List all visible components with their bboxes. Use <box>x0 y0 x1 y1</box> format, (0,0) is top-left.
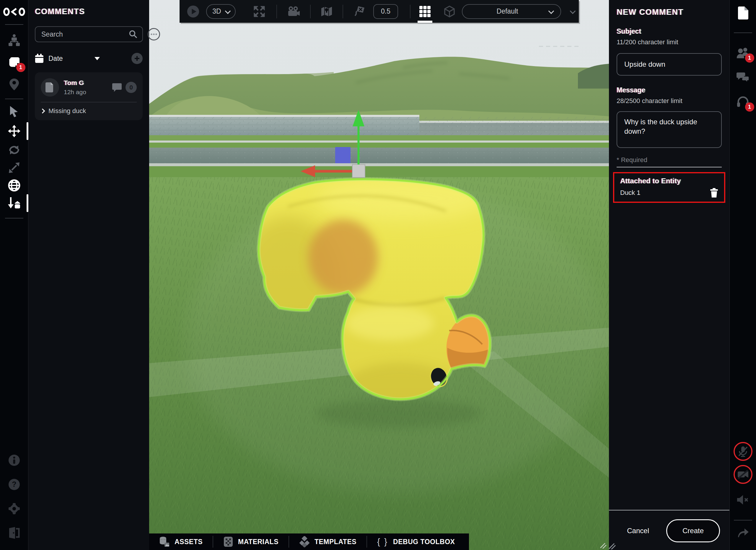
tab-label: MATERIALS <box>238 538 278 546</box>
notes-button[interactable] <box>737 6 750 19</box>
info-button[interactable] <box>8 454 21 467</box>
comments-panel-title: COMMENTS <box>35 7 143 16</box>
tool-world-space[interactable] <box>8 179 21 192</box>
rail-divider <box>5 218 23 219</box>
panel-resize-handle[interactable] <box>608 542 617 549</box>
tool-rotate[interactable] <box>8 144 21 157</box>
tab-debug-toolbox[interactable]: { } DEBUG TOOLBOX <box>367 533 465 550</box>
rail-divider <box>5 24 23 25</box>
grid-size-field[interactable]: 0.5 <box>373 4 398 19</box>
sidebar-item-locations[interactable] <box>8 78 21 91</box>
assets-icon <box>159 536 170 547</box>
tab-materials[interactable]: MATERIALS <box>213 533 289 550</box>
templates-icon <box>299 536 310 547</box>
road-line <box>149 141 609 143</box>
cube-icon <box>444 5 455 18</box>
scene-canvas[interactable] <box>149 0 609 550</box>
chat-button[interactable] <box>737 71 750 84</box>
toolbar-separator <box>276 5 277 18</box>
tool-scale[interactable] <box>8 161 21 174</box>
search-box[interactable] <box>35 26 143 42</box>
mic-muted-button[interactable] <box>734 442 752 461</box>
help-button[interactable]: ? <box>8 478 21 491</box>
left-toolbar: 1 ? <box>0 0 28 550</box>
camera-muted-icon <box>737 470 749 479</box>
map-pin-icon <box>9 78 20 91</box>
play-button[interactable] <box>187 5 200 18</box>
new-comment-title: NEW COMMENT <box>617 8 722 17</box>
comments-badge: 1 <box>16 63 25 72</box>
attached-entity-name: Duck 1 <box>620 189 640 197</box>
fullscreen-button[interactable] <box>253 5 266 18</box>
subject-counter: 11/200 character limit <box>617 38 722 46</box>
dimension-mode-select[interactable]: 3D <box>206 4 236 19</box>
sidebar-item-hierarchy[interactable] <box>8 34 21 47</box>
cancel-button[interactable]: Cancel <box>627 527 649 535</box>
message-field[interactable]: Why is the duck upside down? <box>617 111 722 148</box>
sort-row: Date <box>35 53 143 64</box>
viewport-3d[interactable]: 3D 0.5 <box>149 0 609 550</box>
comment-time: 12h ago <box>64 89 86 96</box>
voice-button[interactable]: 1 <box>737 95 750 108</box>
participants-button[interactable]: 1 <box>737 46 750 59</box>
add-comment-button[interactable] <box>131 53 143 64</box>
grid-active-indicator <box>418 21 432 23</box>
comment-meta: Tom G 12h ago <box>64 79 86 96</box>
camera-button[interactable] <box>287 5 300 18</box>
annotation-tool-button[interactable] <box>353 5 366 18</box>
comments-panel: COMMENTS Date Tom G <box>28 0 149 550</box>
exit-button[interactable] <box>8 526 21 539</box>
chat-bubbles-icon <box>737 71 750 83</box>
materials-icon <box>223 536 233 547</box>
participants-badge: 1 <box>745 53 754 63</box>
gizmo-center-handle[interactable] <box>352 165 365 178</box>
subject-field[interactable]: Upside down <box>617 53 722 76</box>
sort-caret-icon[interactable] <box>95 57 100 60</box>
settings-button[interactable] <box>8 502 21 515</box>
comment-subject: Missing duck <box>48 107 86 115</box>
ellipsis-icon <box>151 33 157 35</box>
grid-toggle[interactable] <box>419 0 431 23</box>
attached-entity-box: Attached to Entity Duck 1 <box>613 172 725 203</box>
sidebar-item-comments[interactable]: 1 <box>8 56 21 69</box>
tab-templates[interactable]: TEMPLATES <box>289 533 366 550</box>
camera-preset-select[interactable]: Default <box>462 4 561 19</box>
wireframe-toggle[interactable] <box>443 5 456 18</box>
movie-camera-icon <box>287 6 300 17</box>
comment-card-divider <box>41 102 137 103</box>
snap-icon <box>8 197 21 210</box>
speaker-muted-icon <box>737 494 750 505</box>
rail-divider <box>5 99 23 99</box>
duck-shadow <box>316 399 481 427</box>
share-button[interactable] <box>737 526 750 539</box>
camera-muted-button[interactable] <box>734 465 752 484</box>
new-comment-panel: NEW COMMENT Subject 11/200 character lim… <box>609 0 729 550</box>
search-row <box>35 26 143 42</box>
info-icon <box>8 454 20 466</box>
tool-select[interactable] <box>8 105 21 118</box>
search-options-button[interactable] <box>148 28 160 40</box>
tool-move[interactable] <box>8 125 21 138</box>
create-button[interactable]: Create <box>666 519 720 542</box>
tool-snap[interactable] <box>8 197 21 210</box>
grass-band <box>149 135 609 141</box>
comment-subject-row[interactable]: Missing duck <box>41 107 137 115</box>
wall-top-edge <box>149 115 419 117</box>
share-arrow-icon <box>737 527 749 538</box>
oko-logo[interactable] <box>2 6 27 17</box>
tab-assets[interactable]: ASSETS <box>149 533 213 550</box>
minimap-button[interactable] <box>320 5 333 18</box>
speaker-muted-button[interactable] <box>737 493 750 506</box>
required-note: * Required <box>617 156 722 164</box>
gizmo-plane-handle[interactable] <box>335 147 351 163</box>
toolbar-separator <box>343 5 343 18</box>
chevron-right-icon <box>40 109 45 114</box>
search-icon <box>129 30 138 39</box>
trash-icon[interactable] <box>710 188 718 198</box>
right-toolbar: 1 1 <box>729 0 756 550</box>
mic-muted-icon <box>738 446 748 457</box>
search-input[interactable] <box>41 30 129 38</box>
document-icon <box>45 82 54 92</box>
comment-card[interactable]: Tom G 12h ago 0 Missing duck <box>35 72 143 120</box>
toolbar-collapse-button[interactable] <box>566 5 579 18</box>
